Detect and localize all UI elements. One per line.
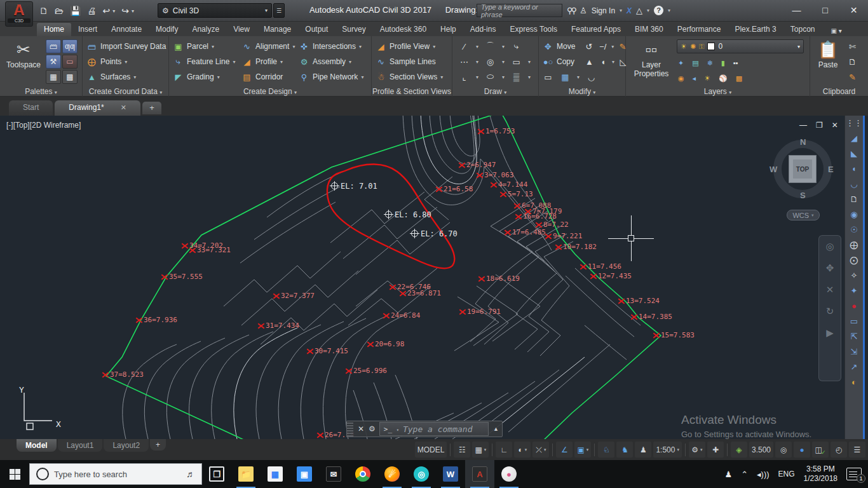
toolspace-button[interactable]: ✂ Toolspace — [5, 39, 42, 69]
paste-button[interactable]: 📋 Paste — [814, 39, 842, 69]
taskbar-firefox[interactable]: ☄ — [377, 460, 407, 488]
open-file-icon[interactable]: 🗁 — [55, 6, 64, 16]
file-tab-start[interactable]: Start — [9, 100, 53, 116]
profile-view-button[interactable]: ◢Profile View▾ — [376, 39, 435, 53]
command-line-grip[interactable] — [347, 421, 353, 437]
layer-prev-icon[interactable]: ◂ — [693, 74, 696, 83]
layer-unlock-icon[interactable]: ⚾ — [719, 74, 728, 83]
tab-layout2[interactable]: Layout2 — [104, 439, 149, 452]
side-tool-13-icon[interactable]: ▭ — [850, 316, 858, 326]
side-tool-2-icon[interactable]: ◣ — [851, 149, 857, 158]
customization-button[interactable]: ✚ — [707, 442, 724, 458]
rectangle-tool-icon[interactable]: ▭ — [511, 57, 522, 67]
new-drawing-tab-button[interactable]: + — [142, 102, 161, 114]
palettes-panel-label[interactable]: Palettes ▾ — [0, 87, 82, 96]
design-center-toggle[interactable]: ▩ — [62, 70, 78, 84]
ribbon-tab-annotate[interactable]: Annotate — [104, 23, 149, 36]
annotation-scale-icon[interactable]: ♟ — [635, 442, 651, 458]
ribbon-tab-analyze[interactable]: Analyze — [185, 23, 226, 36]
stretch-icon[interactable]: ▭ — [543, 72, 553, 82]
new-file-icon[interactable]: 🗋 — [39, 6, 48, 16]
sign-in-dropdown-icon[interactable]: ▾ — [620, 8, 622, 13]
ribbon-tab-modify[interactable]: Modify — [149, 23, 185, 36]
copy-clip-button[interactable]: 🗋 — [847, 55, 858, 69]
taskbar-mail[interactable]: ✉ — [319, 460, 348, 488]
viewcube-top-face[interactable]: TOP — [789, 155, 817, 183]
new-layout-button[interactable]: + — [150, 439, 166, 451]
layer-dropdown[interactable]: ☀ ✺ ⚿ 0 ▾ — [677, 39, 804, 53]
status-bar-menu-icon[interactable]: ☰ — [849, 442, 865, 458]
ellipse-tool-icon[interactable]: ⬭ — [485, 72, 496, 82]
ribbon-tab-featured-apps[interactable]: Featured Apps — [564, 23, 628, 36]
feature-line-button[interactable]: ⤷Feature Line▾ — [173, 55, 235, 69]
viewport-close-icon[interactable]: ✕ — [832, 121, 838, 130]
command-line-customize-icon[interactable]: ⚙ — [369, 424, 379, 433]
annotation-autoscale-toggle[interactable]: ♞ — [616, 442, 633, 458]
side-tool-8-icon[interactable]: ⨁ — [850, 240, 858, 250]
side-tool-1-icon[interactable]: ◢ — [851, 133, 857, 143]
create-ground-data-panel-label[interactable]: Create Ground Data ▾ — [83, 87, 168, 96]
annotation-scale-value[interactable]: 1:500▾ — [653, 442, 682, 458]
tab-layout1[interactable]: Layout1 — [58, 439, 103, 452]
taskbar-word[interactable]: W — [436, 460, 465, 488]
intersections-button[interactable]: ✜Intersections▾ — [299, 39, 362, 53]
viewcube-west[interactable]: W — [770, 165, 777, 174]
plexearth-layers-icon[interactable]: ◈ — [731, 442, 747, 458]
profile-button[interactable]: ◢Profile▾ — [241, 55, 283, 69]
ribbon-tab-insert[interactable]: Insert — [71, 23, 104, 36]
line-tool-icon[interactable]: ∕ — [459, 42, 470, 51]
fullscreen-toggle[interactable]: ◴ — [831, 442, 847, 458]
side-tool-7-icon[interactable]: ☉ — [850, 225, 858, 234]
revision-cloud-icon[interactable]: ⤷ — [511, 41, 522, 51]
match-props-button[interactable]: ✎ — [847, 70, 858, 84]
minimize-button[interactable]: — — [782, 0, 811, 22]
drawing-viewport[interactable]: [-][Top][2D Wireframe] — ❐ ✕ N S W E TOP… — [0, 116, 868, 439]
points-button[interactable]: ⨁ Points▾ — [86, 55, 127, 69]
ribbon-tab-bim-360[interactable]: BIM 360 — [628, 23, 670, 36]
workspace-switch-button[interactable]: ☰ — [273, 3, 285, 18]
polyline-tool-icon[interactable]: ⌞ — [459, 72, 470, 82]
orbit-icon[interactable]: ↻ — [826, 306, 834, 317]
taskbar-search-input[interactable]: Type here to search ♬ — [29, 463, 202, 485]
layer-properties-button[interactable]: ▫▫ Layer Properties — [631, 39, 672, 78]
offset-icon[interactable]: ◡ — [586, 72, 597, 82]
viewport-restore-icon[interactable]: ❐ — [816, 121, 823, 130]
model-space-toggle[interactable]: MODEL — [415, 442, 447, 458]
action-center-icon[interactable]: 1 — [846, 468, 862, 480]
object-snap-toggle[interactable]: ▣▾ — [574, 442, 591, 458]
side-tool-12-icon[interactable]: ● — [851, 301, 857, 311]
sheet-set-manager-toggle[interactable]: ▦ — [46, 70, 61, 84]
taskbar-microsoft-store[interactable]: ▦ — [261, 460, 290, 488]
volume-icon[interactable]: ◂))) — [757, 470, 770, 479]
save-icon[interactable]: 💾 — [70, 6, 81, 16]
grid-display-toggle[interactable]: ▦▾ — [472, 442, 489, 458]
corridor-button[interactable]: ▤Corridor — [241, 70, 283, 84]
assembly-button[interactable]: ⚙Assembly▾ — [299, 55, 351, 69]
polar-tracking-toggle[interactable]: ◐▾ — [514, 442, 531, 458]
taskbar-file-explorer[interactable]: 📁 — [231, 460, 261, 488]
side-tool-9-icon[interactable]: ⨀ — [850, 255, 858, 265]
side-tool-17-icon[interactable]: ◐ — [851, 377, 857, 387]
viewport-controls-label[interactable]: [-][Top][2D Wireframe] — [6, 121, 81, 130]
help-dropdown-icon[interactable]: ▾ — [668, 8, 670, 13]
showmotion-icon[interactable]: ▶ — [826, 327, 834, 339]
circle-tool-icon[interactable]: ◎ — [485, 57, 496, 67]
ribbon-tab-plex-earth-3[interactable]: Plex.Earth 3 — [728, 23, 783, 36]
command-input[interactable]: >_ ▾ Type a command — [379, 422, 489, 436]
snap-mode-toggle[interactable]: ☷ — [454, 442, 470, 458]
alignment-button[interactable]: ∿Alignment▾ — [241, 39, 295, 53]
plot-icon[interactable]: 🖨 — [87, 6, 96, 16]
grading-button[interactable]: ◤Grading▾ — [173, 70, 220, 84]
layer-isolate-icon[interactable]: ✦ — [678, 59, 684, 67]
maximize-button[interactable]: □ — [811, 0, 839, 22]
people-icon[interactable]: ♟ — [725, 470, 733, 479]
sample-lines-button[interactable]: ∿Sample Lines — [376, 55, 436, 69]
viewcube[interactable]: N S W E TOP — [772, 139, 833, 200]
side-tool-6-icon[interactable]: ◉ — [850, 210, 857, 219]
cut-button[interactable]: ✄ — [847, 39, 858, 53]
ribbon-tab-output[interactable]: Output — [298, 23, 335, 36]
layer-state-icon[interactable]: ▩ — [736, 74, 742, 83]
layer-on-off-icon[interactable]: ☀ — [704, 74, 710, 83]
side-tool-4-icon[interactable]: ◡ — [850, 179, 857, 189]
ribbon-tab-express-tools[interactable]: Express Tools — [503, 23, 564, 36]
